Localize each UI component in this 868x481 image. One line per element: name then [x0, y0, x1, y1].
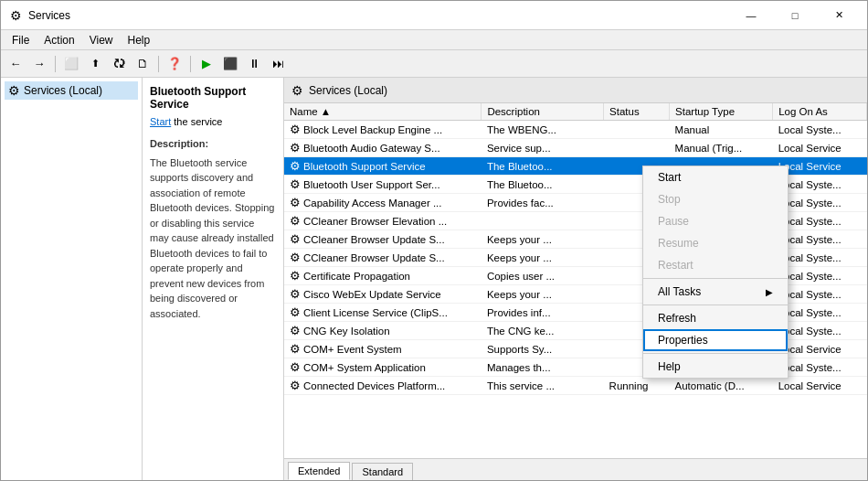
cell-name: ⚙Bluetooth Support Service	[284, 157, 482, 176]
table-row[interactable]: ⚙Bluetooth Audio Gateway S...Service sup…	[284, 139, 867, 157]
show-hide-button[interactable]: ⬜	[60, 54, 82, 74]
row-icon: ⚙	[290, 360, 301, 374]
start-button[interactable]: ▶	[196, 54, 217, 74]
tree-label: Services (Local)	[24, 84, 102, 97]
cell-desc: The WBENG...	[482, 121, 604, 139]
row-icon: ⚙	[290, 177, 301, 191]
row-icon: ⚙	[290, 269, 301, 283]
cell-name: ⚙Bluetooth User Support Ser...	[284, 176, 482, 194]
col-logon[interactable]: Log On As	[773, 103, 867, 121]
the-service-text: the service	[171, 116, 222, 127]
context-menu-item-refresh[interactable]: Refresh	[643, 307, 788, 329]
tree-item-services-local[interactable]: ⚙ Services (Local)	[5, 81, 138, 100]
forward-button[interactable]: →	[28, 54, 50, 74]
cell-name: ⚙Client License Service (ClipS...	[284, 304, 482, 322]
service-description: Description: The Bluetooth service suppo…	[150, 136, 276, 321]
col-status[interactable]: Status	[604, 103, 670, 121]
menu-view[interactable]: View	[82, 32, 121, 48]
start-service-action: Start the service	[150, 116, 276, 127]
start-link[interactable]: Start	[150, 116, 171, 127]
cell-name: ⚙Certificate Propagation	[284, 267, 482, 285]
col-name[interactable]: Name ▲	[284, 103, 482, 121]
services-panel: ⚙ Services (Local) Name ▲ Description	[284, 78, 867, 480]
context-menu-item-label: Resume	[658, 237, 699, 250]
main-window: ⚙ Services — □ ✕ File Action View Help ←…	[0, 0, 868, 481]
cell-name: ⚙Capability Access Manager ...	[284, 194, 482, 212]
cell-name: ⚙COM+ Event System	[284, 340, 482, 358]
context-menu-separator	[643, 305, 788, 305]
row-icon: ⚙	[290, 123, 301, 136]
tab-extended[interactable]: Extended	[288, 462, 350, 480]
cell-desc	[482, 212, 604, 230]
tab-bar: Extended Standard	[284, 458, 867, 480]
table-row[interactable]: ⚙Block Level Backup Engine ...The WBENG.…	[284, 121, 867, 139]
submenu-arrow-icon: ▶	[766, 287, 773, 297]
window-title: Services	[28, 9, 730, 22]
col-startup[interactable]: Startup Type	[670, 103, 773, 121]
menu-action[interactable]: Action	[37, 32, 81, 48]
row-icon: ⚙	[290, 141, 301, 155]
context-menu-item-label: All Tasks	[658, 285, 701, 298]
context-menu-item-label: Refresh	[658, 312, 696, 325]
app-icon: ⚙	[8, 8, 23, 23]
cell-desc: Keeps your ...	[482, 249, 604, 267]
context-menu-item-label: Restart	[658, 259, 693, 272]
tab-standard[interactable]: Standard	[352, 463, 413, 480]
window-controls: — □ ✕	[730, 1, 860, 30]
tree-panel: ⚙ Services (Local)	[1, 78, 143, 480]
maximize-button[interactable]: □	[774, 1, 816, 30]
context-menu-item-stop: Stop	[643, 188, 788, 210]
menu-bar: File Action View Help	[1, 30, 867, 50]
col-description[interactable]: Description	[482, 103, 604, 121]
context-menu-item-restart: Restart	[643, 254, 788, 276]
context-menu-item-label: Stop	[658, 193, 681, 206]
cell-startup: Automatic (D...	[670, 377, 773, 395]
context-menu-item-label: Properties	[658, 334, 708, 347]
cell-status	[604, 139, 670, 157]
cell-desc: Keeps your ...	[482, 285, 604, 304]
export-button[interactable]: 🗋	[132, 54, 153, 74]
cell-desc: Keeps your ...	[482, 230, 604, 249]
context-menu-item-all-tasks[interactable]: All Tasks▶	[643, 281, 788, 303]
table-row[interactable]: ⚙Connected Devices Platform...This servi…	[284, 377, 867, 395]
context-menu-separator	[643, 278, 788, 279]
context-menu-item-label: Start	[658, 171, 681, 184]
refresh-button[interactable]: 🗘	[108, 54, 130, 74]
services-header-title: Services (Local)	[309, 84, 387, 97]
cell-status	[604, 121, 670, 139]
minimize-button[interactable]: —	[730, 1, 772, 30]
cell-desc: Supports Sy...	[482, 340, 604, 358]
services-panel-header: ⚙ Services (Local)	[284, 78, 867, 103]
help-button[interactable]: ❓	[164, 54, 185, 74]
row-icon: ⚙	[290, 324, 301, 337]
close-button[interactable]: ✕	[818, 1, 860, 30]
cell-name: ⚙Bluetooth Audio Gateway S...	[284, 139, 482, 157]
menu-help[interactable]: Help	[121, 32, 158, 48]
cell-name: ⚙COM+ System Application	[284, 358, 482, 377]
cell-desc: Manages th...	[482, 358, 604, 377]
pause-button[interactable]: ⏸	[243, 54, 265, 74]
row-icon: ⚙	[290, 159, 301, 173]
back-button[interactable]: ←	[5, 54, 26, 74]
row-icon: ⚙	[290, 232, 301, 246]
context-menu-item-help[interactable]: Help	[643, 356, 788, 378]
cell-logon: Local Syste...	[773, 121, 867, 139]
cell-name: ⚙CCleaner Browser Update S...	[284, 230, 482, 249]
cell-desc: Provides inf...	[482, 304, 604, 322]
stop-button[interactable]: ⬛	[219, 54, 241, 74]
cell-desc: The Bluetoo...	[482, 157, 604, 176]
up-button[interactable]: ⬆	[84, 54, 106, 74]
cell-name: ⚙Block Level Backup Engine ...	[284, 121, 482, 139]
title-bar: ⚙ Services — □ ✕	[1, 1, 867, 30]
menu-file[interactable]: File	[5, 32, 37, 48]
context-menu-item-label: Help	[658, 360, 681, 373]
resume-button[interactable]: ⏭	[267, 54, 289, 74]
context-menu-item-label: Pause	[658, 215, 689, 228]
context-menu-item-resume: Resume	[643, 232, 788, 254]
cell-logon: Local Service	[773, 377, 867, 395]
context-menu-item-start[interactable]: Start	[643, 166, 788, 188]
row-icon: ⚙	[290, 379, 301, 392]
context-menu-separator	[643, 353, 788, 354]
main-content: ⚙ Services (Local) Bluetooth Support Ser…	[1, 78, 867, 480]
context-menu-item-properties[interactable]: Properties	[643, 329, 788, 351]
